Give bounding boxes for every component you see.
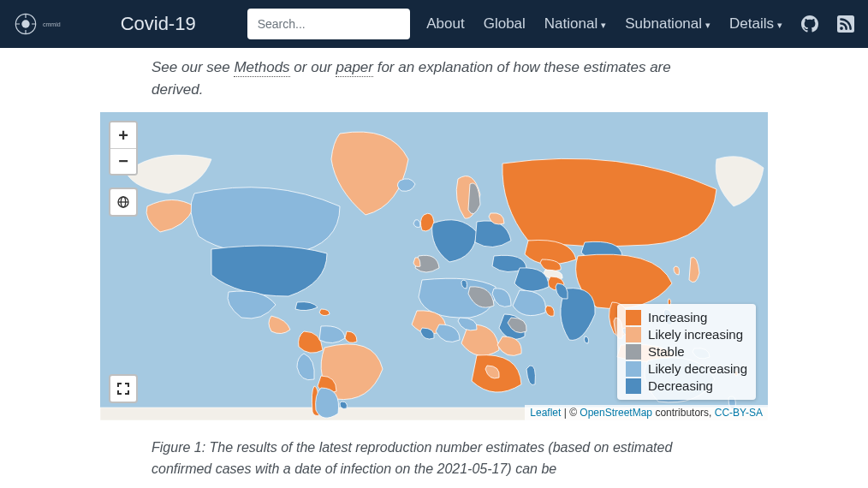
nav-subnational-label: Subnational <box>625 15 702 33</box>
brand-logo[interactable]: cmmid <box>14 12 61 36</box>
leaflet-link[interactable]: Leaflet <box>530 407 561 419</box>
license-link[interactable]: CC-BY-SA <box>715 407 763 419</box>
legend-label: Stable <box>648 343 685 360</box>
top-navbar: cmmid Covid-19 About Global National ▾ S… <box>0 0 868 48</box>
chevron-down-icon: ▾ <box>777 20 782 31</box>
brand-title[interactable]: Covid-19 <box>121 13 196 35</box>
nav-national-label: National <box>544 15 597 33</box>
nav-subnational[interactable]: Subnational ▾ <box>625 15 710 33</box>
legend-label: Likely decreasing <box>648 360 747 378</box>
rss-icon[interactable] <box>837 15 854 33</box>
paper-link[interactable]: paper <box>336 59 372 77</box>
reset-view-button[interactable] <box>109 187 138 217</box>
search-input[interactable] <box>247 9 410 39</box>
nav-items: About Global National ▾ Subnational ▾ De… <box>426 15 854 33</box>
legend-item: Decreasing <box>626 378 747 395</box>
osm-link[interactable]: OpenStreetMap <box>580 407 652 419</box>
intro-text: See our see Methods or our paper for an … <box>152 57 716 100</box>
map-attribution: Leaflet | © OpenStreetMap contributors, … <box>525 405 768 420</box>
legend-swatch <box>626 361 641 377</box>
legend-swatch <box>626 310 641 325</box>
svg-point-1 <box>21 20 29 27</box>
legend-swatch <box>626 378 641 394</box>
nav-about[interactable]: About <box>426 15 464 33</box>
zoom-out-button[interactable]: − <box>110 148 136 174</box>
zoom-in-button[interactable]: + <box>110 122 136 148</box>
fullscreen-icon <box>117 383 129 395</box>
map-legend: IncreasingLikely increasingStableLikely … <box>617 304 756 400</box>
legend-item: Stable <box>626 343 747 360</box>
legend-item: Increasing <box>626 309 747 326</box>
legend-label: Increasing <box>648 309 707 326</box>
zoom-control: + − <box>109 121 138 176</box>
world-map[interactable]: + − IncreasingLikely increasingStableLik… <box>100 112 768 420</box>
figure-caption: Figure 1: The results of the latest repr… <box>152 437 716 480</box>
fullscreen-button[interactable] <box>109 374 138 403</box>
brand-subtitle: cmmid <box>43 21 61 27</box>
lshtm-logo-icon <box>14 12 38 36</box>
nav-global[interactable]: Global <box>484 15 526 33</box>
legend-label: Likely increasing <box>648 326 743 343</box>
github-icon[interactable] <box>801 15 818 33</box>
globe-icon <box>116 195 130 209</box>
nav-details[interactable]: Details ▾ <box>729 15 782 33</box>
chevron-down-icon: ▾ <box>705 20 710 31</box>
legend-label: Decreasing <box>648 378 713 395</box>
legend-swatch <box>626 327 641 342</box>
chevron-down-icon: ▾ <box>601 20 606 31</box>
methods-link[interactable]: Methods <box>234 59 289 77</box>
nav-national[interactable]: National ▾ <box>544 15 606 33</box>
nav-details-label: Details <box>729 15 774 33</box>
legend-swatch <box>626 344 641 360</box>
legend-item: Likely increasing <box>626 326 747 343</box>
legend-item: Likely decreasing <box>626 360 747 378</box>
